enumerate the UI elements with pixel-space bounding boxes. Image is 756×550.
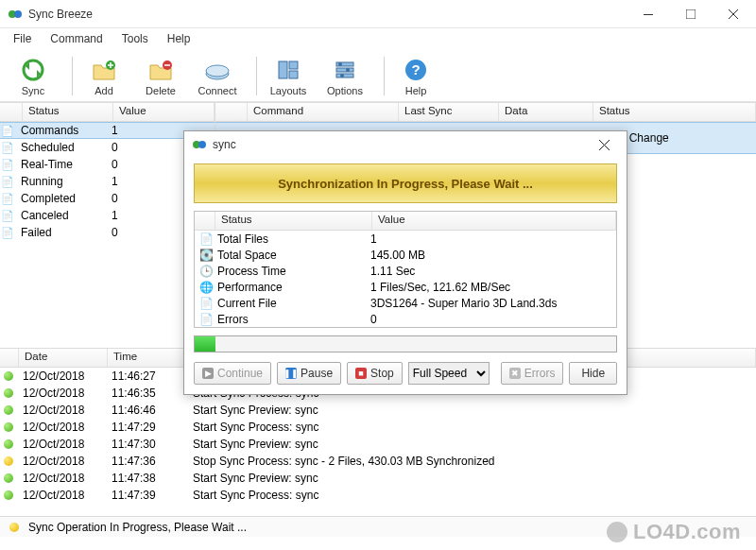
dialog-banner: Synchronization In Progress, Please Wait… xyxy=(194,163,617,203)
left-row-commands[interactable]: 📄 Commands 1 xyxy=(0,122,215,139)
watermark: LO4D.com xyxy=(607,520,741,544)
svg-rect-12 xyxy=(289,61,298,69)
options-icon xyxy=(331,56,359,84)
file-icon: 📄 xyxy=(0,159,15,171)
app-icon xyxy=(8,7,23,22)
log-dot-icon xyxy=(4,388,13,398)
dialog-buttons: ▶ Continue ❚❚ Pause ■ Stop Full Speed ✖ … xyxy=(194,362,617,385)
left-col-status[interactable]: Status xyxy=(23,103,113,121)
log-dot-icon xyxy=(4,490,13,500)
log-row[interactable]: 12/Oct/201811:47:39Start Sync Process: s… xyxy=(0,487,756,504)
right-col-data[interactable]: Data xyxy=(499,103,593,121)
svg-point-6 xyxy=(24,60,43,79)
pause-button[interactable]: ❚❚ Pause xyxy=(277,362,341,385)
dialog-titlebar[interactable]: sync xyxy=(184,131,627,158)
sync-dialog: sync Synchronization In Progress, Please… xyxy=(183,130,627,395)
menu-tools[interactable]: Tools xyxy=(114,30,156,47)
menu-help[interactable]: Help xyxy=(160,30,198,47)
errors-button[interactable]: ✖ Errors xyxy=(501,362,564,385)
file-icon: 📄 xyxy=(0,176,15,188)
right-col-status[interactable]: Status xyxy=(593,103,756,121)
window-title: Sync Breeze xyxy=(28,8,627,21)
status-text: Sync Operation In Progress, Please Wait … xyxy=(28,521,247,534)
stats-row: 🕒Process Time1.11 Sec xyxy=(195,263,616,279)
log-row[interactable]: 12/Oct/201811:47:38Start Sync Preview: s… xyxy=(0,470,756,487)
help-icon: ? xyxy=(402,56,430,84)
menu-command[interactable]: Command xyxy=(43,30,110,47)
svg-point-1 xyxy=(14,10,22,18)
left-header: Status Value xyxy=(0,103,215,122)
svg-rect-16 xyxy=(336,74,353,77)
log-row[interactable]: 12/Oct/201811:47:30Start Sync Preview: s… xyxy=(0,436,756,453)
continue-button[interactable]: ▶ Continue xyxy=(194,362,271,385)
right-col-last[interactable]: Last Sync xyxy=(399,103,499,121)
log-row[interactable]: 12/Oct/201811:47:29Start Sync Process: s… xyxy=(0,419,756,436)
progress-bar xyxy=(194,335,617,352)
close-button[interactable] xyxy=(712,0,754,27)
titlebar: Sync Breeze xyxy=(0,0,756,28)
dialog-close-button[interactable] xyxy=(585,132,623,157)
svg-rect-2 xyxy=(644,14,653,15)
svg-point-18 xyxy=(346,68,350,72)
stats-box: Status Value 📄Total Files1💽Total Space14… xyxy=(194,211,617,328)
left-row-scheduled[interactable]: 📄 Scheduled 0 xyxy=(0,139,215,156)
hide-button[interactable]: Hide xyxy=(569,362,617,385)
speed-select[interactable]: Full Speed xyxy=(408,362,490,385)
log-dot-icon xyxy=(4,473,13,483)
log-row[interactable]: 12/Oct/201811:46:46Start Sync Preview: s… xyxy=(0,402,756,419)
stop-button[interactable]: ■ Stop xyxy=(347,362,403,385)
stats-row: 💽Total Space145.00 MB xyxy=(195,247,616,263)
maximize-button[interactable] xyxy=(669,0,712,27)
toolbar-options[interactable]: Options xyxy=(318,53,372,99)
svg-text:?: ? xyxy=(411,61,420,77)
svg-rect-15 xyxy=(336,68,353,72)
stats-row: 🌐Performance1 Files/Sec, 121.62 MB/Sec xyxy=(195,279,616,295)
left-row-completed[interactable]: 📄 Completed 0 xyxy=(0,190,215,207)
sync-icon xyxy=(19,56,47,84)
toolbar-connect[interactable]: Connect xyxy=(190,53,245,99)
log-dot-icon xyxy=(4,405,13,415)
left-rows: 📄 Commands 1 📄 Scheduled 0 📄 Real-Time 0… xyxy=(0,122,215,241)
stats-col-value: Value xyxy=(372,212,616,230)
right-header: Command Last Sync Data Status xyxy=(215,103,756,122)
svg-rect-11 xyxy=(279,61,287,78)
left-row-failed[interactable]: 📄 Failed 0 xyxy=(0,224,215,241)
toolbar: Sync Add Delete Connect Layouts Options … xyxy=(0,49,756,102)
right-col-command[interactable]: Command xyxy=(248,103,399,121)
left-row-realtime[interactable]: 📄 Real-Time 0 xyxy=(0,156,215,173)
minimize-button[interactable] xyxy=(627,0,669,27)
stat-icon: 🌐 xyxy=(198,281,214,294)
log-col-time[interactable]: Time xyxy=(108,349,189,367)
file-icon: 📄 xyxy=(0,210,15,222)
stat-icon: 📄 xyxy=(198,232,214,246)
toolbar-layouts[interactable]: Layouts xyxy=(261,53,316,99)
layouts-icon xyxy=(274,56,302,84)
svg-point-19 xyxy=(340,74,344,77)
svg-point-23 xyxy=(198,141,206,148)
log-dot-icon xyxy=(4,371,13,381)
toolbar-sync[interactable]: Sync xyxy=(6,53,60,99)
dialog-title: sync xyxy=(213,138,585,151)
folder-delete-icon xyxy=(146,56,175,84)
stat-icon: 📄 xyxy=(198,297,214,310)
log-dot-icon xyxy=(4,456,13,466)
stat-icon: 🕒 xyxy=(198,265,214,278)
status-dot-icon xyxy=(9,523,19,532)
log-dot-icon xyxy=(4,422,13,432)
stat-icon: 💽 xyxy=(198,249,214,262)
stats-col-status: Status xyxy=(215,212,372,230)
stats-row: 📄Current File3DS1264 - Super Mario 3D La… xyxy=(195,295,616,311)
left-row-canceled[interactable]: 📄 Canceled 1 xyxy=(0,207,215,224)
menu-file[interactable]: File xyxy=(6,30,39,47)
file-icon: 📄 xyxy=(0,227,15,239)
toolbar-delete[interactable]: Delete xyxy=(133,53,188,99)
file-icon: 📄 xyxy=(0,125,15,137)
log-row[interactable]: 12/Oct/201811:47:36Stop Sync Process: sy… xyxy=(0,453,756,470)
toolbar-add[interactable]: Add xyxy=(77,53,131,99)
left-col-value[interactable]: Value xyxy=(113,103,215,121)
stats-row: 📄Errors0 xyxy=(195,311,616,327)
connect-icon xyxy=(203,56,232,84)
log-col-date[interactable]: Date xyxy=(19,349,108,367)
left-row-running[interactable]: 📄 Running 1 xyxy=(0,173,215,190)
toolbar-help[interactable]: ? Help xyxy=(388,53,443,99)
